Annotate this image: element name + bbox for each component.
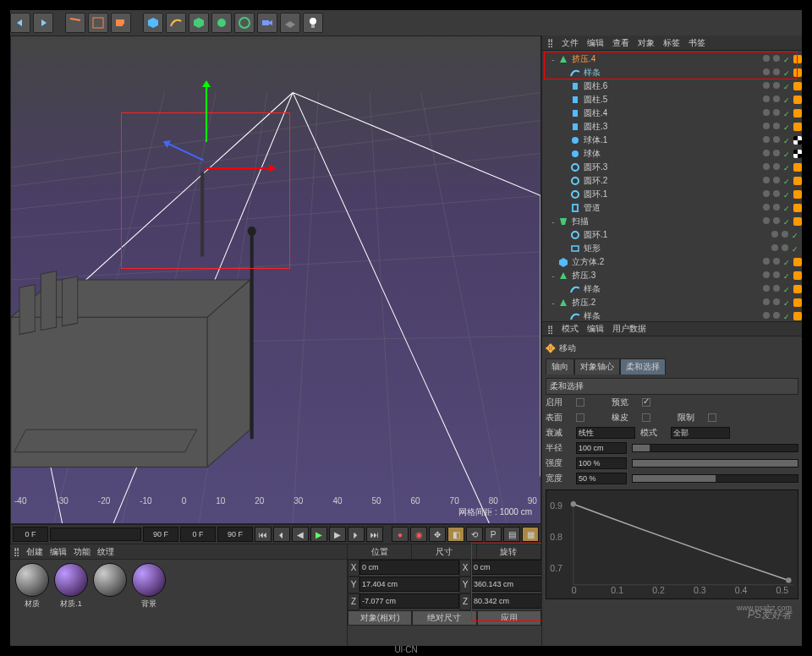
enable-check[interactable] — [783, 298, 790, 308]
coords-size-mode-select[interactable]: 绝对尺寸 — [412, 610, 476, 626]
render-dot[interactable] — [773, 177, 780, 183]
expand-icon[interactable]: - — [549, 217, 557, 227]
enable-check[interactable] — [783, 190, 790, 200]
texture-tag[interactable] — [793, 68, 802, 77]
layer-dot[interactable] — [763, 96, 770, 102]
key-extra-icon[interactable]: ▦ — [522, 527, 539, 542]
object-name[interactable]: 样条 — [584, 310, 668, 321]
texture-tag[interactable] — [793, 136, 802, 145]
object-name[interactable]: 样条 — [584, 283, 668, 295]
object-name[interactable]: 球体 — [584, 148, 668, 160]
undo-button[interactable] — [10, 13, 30, 33]
texture-tag[interactable] — [793, 298, 802, 307]
texture-tag[interactable] — [793, 177, 802, 185]
enable-check[interactable] — [792, 231, 798, 240]
layer-dot[interactable] — [763, 258, 770, 265]
pos-z-input[interactable] — [359, 593, 459, 609]
obj-menu-object[interactable]: 对象 — [638, 37, 655, 49]
cube-primitive-icon[interactable] — [143, 13, 163, 33]
mode-select[interactable]: 全部 — [671, 427, 730, 439]
object-tree[interactable]: - 挤压.4 样条 圆柱.6 圆柱.5 圆柱.4 圆柱.3 球体.1 — [542, 51, 802, 321]
material-item[interactable] — [91, 563, 129, 599]
object-name[interactable]: 扫描 — [572, 216, 656, 227]
light-icon[interactable] — [303, 13, 323, 33]
expand-icon[interactable]: - — [549, 55, 557, 64]
layer-dot[interactable] — [763, 82, 770, 89]
attr-menu-mode[interactable]: 模式 — [562, 323, 579, 335]
mat-menu-tex[interactable]: 纹理 — [97, 546, 114, 558]
tree-row[interactable]: 立方体.2 — [542, 255, 802, 269]
size-z-input[interactable] — [471, 593, 541, 609]
goto-end-button[interactable]: ⏭ — [366, 527, 383, 542]
render-dot[interactable] — [773, 96, 780, 102]
tree-row[interactable]: - 挤压.4 — [542, 52, 802, 66]
render-dot[interactable] — [773, 68, 780, 75]
layer-dot[interactable] — [763, 204, 770, 210]
object-name[interactable]: 挤压.3 — [572, 270, 656, 282]
key-scale-icon[interactable]: ◧ — [447, 527, 464, 542]
enable-check[interactable] — [783, 204, 790, 213]
width-input[interactable]: 50 % — [576, 473, 627, 484]
render-dot[interactable] — [773, 190, 780, 197]
deformer-icon[interactable] — [211, 13, 232, 33]
next-key-button[interactable]: ⏵ — [348, 527, 365, 542]
enable-check[interactable] — [783, 96, 790, 105]
falloff-graph[interactable]: 0.9 0.8 0.7 0 0.1 0.2 0.3 0.4 0.5 — [546, 489, 798, 599]
layer-dot[interactable] — [763, 177, 770, 183]
handle-icon[interactable]: ⣿ — [547, 38, 553, 47]
enable-check[interactable] — [792, 244, 798, 254]
timeline-cur-end-input[interactable] — [217, 527, 253, 542]
tree-row[interactable]: 矩形 — [542, 242, 802, 255]
enable-check[interactable] — [783, 177, 790, 186]
object-name[interactable]: 立方体.2 — [572, 256, 656, 268]
pos-x-input[interactable] — [359, 560, 459, 575]
gizmo-y-axis[interactable] — [206, 83, 207, 142]
tree-row[interactable]: - 扫描 — [542, 215, 802, 228]
enable-check[interactable] — [783, 123, 790, 132]
render-dot[interactable] — [773, 163, 780, 170]
render-dot[interactable] — [773, 217, 780, 224]
texture-tag[interactable] — [793, 312, 802, 320]
object-name[interactable]: 管道 — [584, 202, 668, 214]
timeline-start-input[interactable] — [13, 527, 48, 542]
layer-dot[interactable] — [763, 136, 770, 143]
width-slider[interactable] — [632, 474, 798, 483]
tree-row[interactable]: 样条 — [542, 66, 802, 79]
render-dot[interactable] — [773, 82, 780, 89]
render-dot[interactable] — [773, 55, 780, 62]
limit-checkbox[interactable] — [708, 413, 716, 422]
object-name[interactable]: 圆柱.4 — [584, 107, 668, 119]
size-y-input[interactable] — [471, 577, 541, 592]
render-dot[interactable] — [773, 136, 780, 143]
render-dot[interactable] — [773, 285, 780, 292]
layer-dot[interactable] — [763, 298, 770, 305]
tree-row[interactable]: - 挤压.3 — [542, 269, 802, 282]
enable-check[interactable] — [783, 258, 790, 267]
prev-key-button[interactable]: ⏴ — [273, 527, 290, 542]
attr-menu-userdata[interactable]: 用户数据 — [612, 323, 646, 335]
texture-tag[interactable] — [793, 258, 802, 266]
autokey-button[interactable]: ◉ — [410, 527, 427, 542]
viewport[interactable]: ✥ ⤢ ⟲ ▦ — [10, 36, 541, 524]
layer-dot[interactable] — [763, 109, 770, 116]
rubber-checkbox[interactable] — [642, 413, 650, 422]
enable-check[interactable] — [783, 55, 790, 64]
tab-soft-select[interactable]: 柔和选择 — [620, 358, 666, 374]
decay-select[interactable]: 线性 — [576, 427, 635, 439]
tab-axis[interactable]: 轴向 — [546, 358, 574, 374]
coords-apply-button[interactable]: 应用 — [477, 610, 541, 626]
material-item[interactable]: 材质 — [14, 563, 51, 610]
generator-icon[interactable] — [189, 13, 209, 33]
preview-checkbox[interactable] — [642, 398, 650, 407]
spline-icon[interactable] — [166, 13, 186, 33]
texture-tag[interactable] — [793, 150, 802, 158]
next-frame-button[interactable]: ▶ — [329, 527, 346, 542]
texture-tag[interactable] — [793, 82, 802, 90]
enable-check[interactable] — [783, 217, 790, 227]
object-name[interactable]: 挤压.2 — [572, 297, 656, 309]
object-name[interactable]: 圆环.1 — [584, 229, 668, 241]
render-dot[interactable] — [773, 258, 780, 265]
key-pos-icon[interactable]: ✥ — [429, 527, 446, 542]
tree-row[interactable]: 圆柱.3 — [542, 120, 802, 134]
strength-slider[interactable] — [632, 459, 798, 467]
